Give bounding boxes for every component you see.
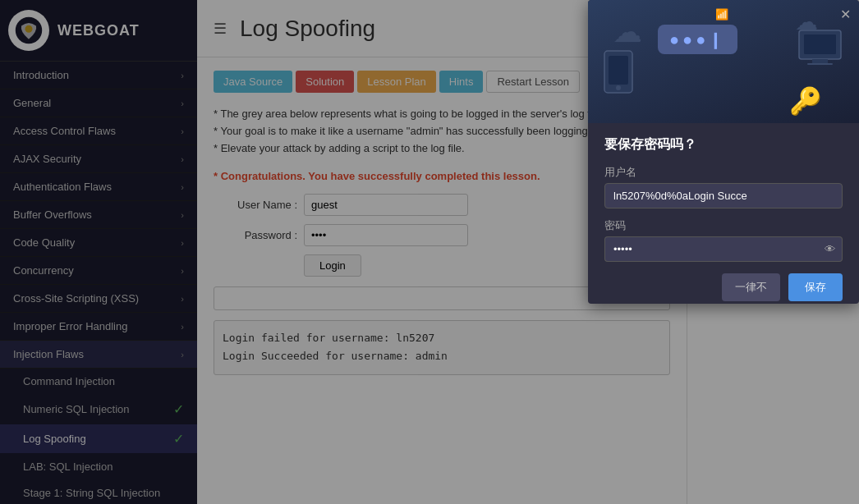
svg-rect-7 (812, 59, 828, 63)
dialog-cancel-button[interactable]: 一律不 (722, 273, 780, 301)
svg-rect-3 (609, 56, 628, 85)
password-stars: ●●●❙ (669, 30, 726, 49)
svg-rect-8 (807, 63, 833, 65)
dialog-title: 要保存密码吗？ (604, 136, 843, 153)
dialog-body: 要保存密码吗？ 用户名 密码 👁 一律不 保存 (588, 123, 859, 304)
dialog-username-input[interactable] (604, 183, 843, 208)
dialog-password-field: 密码 👁 (604, 218, 843, 262)
password-dialog: ✕ ☁ ☁ 📶 ●●●❙ (588, 0, 859, 304)
signal-icon: 📶 (715, 8, 728, 21)
dialog-username-field: 用户名 (604, 165, 843, 208)
phone-icon (603, 49, 634, 97)
dialog-password-wrap: 👁 (604, 236, 843, 262)
monitor-icon (797, 29, 843, 68)
dialog-illustration: ☁ ☁ 📶 ●●●❙ 🔑 (588, 0, 859, 123)
password-box: ●●●❙ (658, 25, 737, 54)
cloud-left-icon: ☁ (613, 15, 642, 49)
dialog-password-label: 密码 (604, 218, 843, 233)
dialog-password-input[interactable] (604, 236, 818, 262)
dialog-actions: 一律不 保存 (604, 273, 843, 301)
dialog-username-label: 用户名 (604, 165, 843, 180)
password-visibility-button[interactable]: 👁 (818, 236, 843, 262)
svg-rect-6 (804, 34, 836, 54)
dialog-save-button[interactable]: 保存 (788, 273, 843, 301)
key-icon: 🔑 (789, 85, 822, 117)
dialog-close-button[interactable]: ✕ (840, 7, 851, 22)
svg-point-4 (616, 85, 621, 90)
